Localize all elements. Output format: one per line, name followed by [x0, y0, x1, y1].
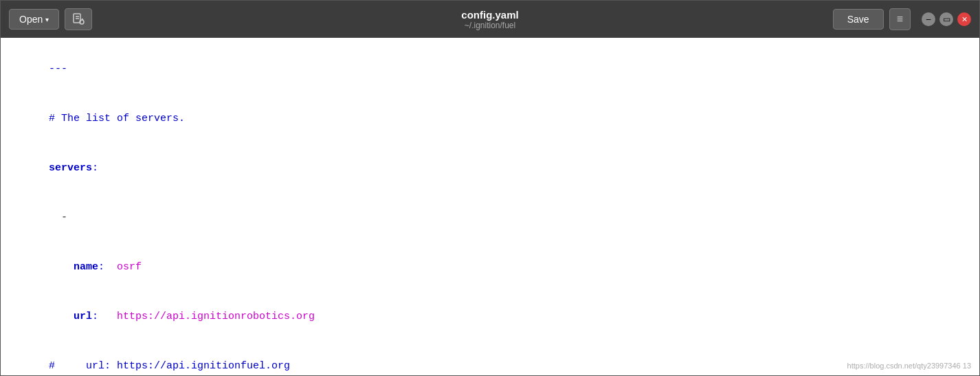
colon: :: [92, 162, 98, 174]
space: [104, 261, 117, 273]
window-controls: – ▭ ✕: [922, 12, 971, 26]
menu-button[interactable]: ≡: [889, 8, 911, 30]
titlebar-center: config.yaml ~/.ignition/fuel: [461, 9, 518, 30]
comment-text: # url: https://api.ignitionfuel.org: [49, 360, 290, 372]
yaml-value: osrf: [117, 261, 142, 273]
close-button[interactable]: ✕: [957, 12, 971, 26]
space: [98, 311, 117, 322]
code-line: -: [12, 193, 968, 243]
file-icon-button[interactable]: [65, 8, 92, 30]
yaml-key: url: [74, 311, 92, 322]
indent: [49, 311, 74, 322]
minimize-icon: –: [926, 14, 931, 24]
code-line: # The list of servers.: [12, 94, 968, 144]
open-button[interactable]: Open ▾: [9, 9, 59, 30]
watermark: https://blog.csdn.net/qty23997346 13: [847, 362, 971, 370]
code-line: servers:: [12, 144, 968, 193]
code-line: name: osrf: [12, 243, 968, 292]
code-line: ---: [12, 45, 968, 94]
colon: :: [92, 311, 98, 322]
comment-text: # The list of servers.: [49, 113, 185, 124]
yaml-key: name: [74, 261, 98, 273]
indent: [49, 261, 74, 273]
maximize-icon: ▭: [943, 14, 950, 24]
titlebar: Open ▾ config.yaml ~/.ignition/fuel Save…: [1, 1, 979, 38]
filepath: ~/.ignition/fuel: [461, 21, 518, 30]
open-label: Open: [19, 14, 43, 25]
minimize-button[interactable]: –: [922, 12, 935, 26]
dropdown-arrow-icon: ▾: [45, 16, 49, 23]
dash-text: -: [49, 212, 67, 223]
code-line: # url: https://api.ignitionfuel.org: [12, 342, 968, 375]
comment-text: ---: [49, 63, 67, 75]
code-line: url: https://api.ignitionrobotics.org: [12, 292, 968, 342]
titlebar-left: Open ▾: [9, 8, 92, 30]
filename: config.yaml: [461, 9, 518, 21]
save-button[interactable]: Save: [833, 9, 884, 30]
maximize-button[interactable]: ▭: [939, 12, 953, 26]
close-icon: ✕: [961, 15, 968, 24]
editor-area[interactable]: --- # The list of servers. servers: - na…: [1, 38, 979, 375]
yaml-value: https://api.ignitionrobotics.org: [117, 311, 315, 322]
file-icon: [72, 13, 85, 25]
yaml-key: servers: [49, 162, 92, 174]
colon: :: [98, 261, 104, 273]
main-window: Open ▾ config.yaml ~/.ignition/fuel Save…: [0, 0, 980, 376]
titlebar-right: Save ≡ – ▭ ✕: [833, 8, 971, 30]
